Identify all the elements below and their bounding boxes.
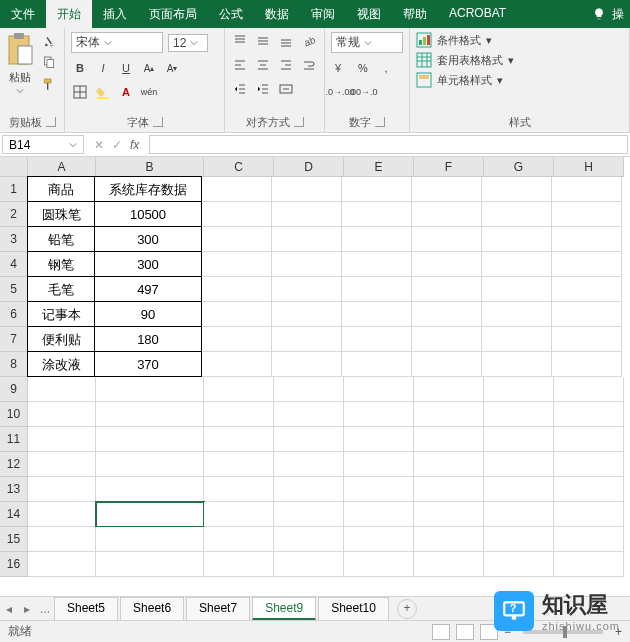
cell-B16[interactable] bbox=[96, 552, 204, 577]
row-header-14[interactable]: 14 bbox=[0, 502, 28, 527]
cell-E9[interactable] bbox=[344, 377, 414, 402]
cell-E7[interactable] bbox=[342, 327, 412, 352]
tab-data[interactable]: 数据 bbox=[254, 0, 300, 28]
paste-button[interactable]: 粘贴 bbox=[6, 32, 34, 113]
cell-F4[interactable] bbox=[412, 252, 482, 277]
cell-A8[interactable]: 涂改液 bbox=[27, 351, 95, 377]
name-box[interactable]: B14 bbox=[2, 135, 84, 154]
cell-G3[interactable] bbox=[482, 227, 552, 252]
font-name-select[interactable]: 宋体 bbox=[71, 32, 163, 53]
cell-H12[interactable] bbox=[554, 452, 624, 477]
row-header-6[interactable]: 6 bbox=[0, 302, 28, 327]
cell-F7[interactable] bbox=[412, 327, 482, 352]
align-top-button[interactable] bbox=[231, 32, 249, 50]
cell-H6[interactable] bbox=[552, 302, 622, 327]
view-pagelayout-button[interactable] bbox=[456, 624, 474, 640]
row-header-7[interactable]: 7 bbox=[0, 327, 28, 352]
cell-D6[interactable] bbox=[272, 302, 342, 327]
add-sheet-button[interactable]: + bbox=[397, 599, 417, 619]
col-header-B[interactable]: B bbox=[96, 157, 204, 177]
cell-E11[interactable] bbox=[344, 427, 414, 452]
cell-B13[interactable] bbox=[96, 477, 204, 502]
merge-button[interactable] bbox=[277, 80, 295, 98]
cell-E15[interactable] bbox=[344, 527, 414, 552]
cell-B3[interactable]: 300 bbox=[94, 226, 202, 252]
cell-C8[interactable] bbox=[202, 352, 272, 377]
cell-D15[interactable] bbox=[274, 527, 344, 552]
cell-C6[interactable] bbox=[202, 302, 272, 327]
number-format-select[interactable]: 常规 bbox=[331, 32, 403, 53]
cell-A16[interactable] bbox=[28, 552, 96, 577]
col-header-E[interactable]: E bbox=[344, 157, 414, 177]
cell-A5[interactable]: 毛笔 bbox=[27, 276, 95, 302]
tab-review[interactable]: 审阅 bbox=[300, 0, 346, 28]
cell-H1[interactable] bbox=[552, 177, 622, 202]
cell-D4[interactable] bbox=[272, 252, 342, 277]
cell-G13[interactable] bbox=[484, 477, 554, 502]
wrap-text-button[interactable] bbox=[300, 56, 318, 74]
cell-B5[interactable]: 497 bbox=[94, 276, 202, 302]
row-header-2[interactable]: 2 bbox=[0, 202, 28, 227]
font-color-button[interactable]: A bbox=[117, 83, 135, 101]
sheet-nav-more[interactable]: ... bbox=[36, 602, 54, 616]
row-header-15[interactable]: 15 bbox=[0, 527, 28, 552]
cell-G5[interactable] bbox=[482, 277, 552, 302]
cell-B1[interactable]: 系统库存数据 bbox=[94, 176, 202, 202]
cell-A11[interactable] bbox=[28, 427, 96, 452]
tab-view[interactable]: 视图 bbox=[346, 0, 392, 28]
tab-acrobat[interactable]: ACROBAT bbox=[438, 0, 517, 28]
row-header-4[interactable]: 4 bbox=[0, 252, 28, 277]
cut-button[interactable] bbox=[40, 32, 58, 50]
cell-H2[interactable] bbox=[552, 202, 622, 227]
cell-H5[interactable] bbox=[552, 277, 622, 302]
cell-H3[interactable] bbox=[552, 227, 622, 252]
tab-file[interactable]: 文件 bbox=[0, 0, 46, 28]
cell-B2[interactable]: 10500 bbox=[94, 201, 202, 227]
cell-F11[interactable] bbox=[414, 427, 484, 452]
cell-A9[interactable] bbox=[28, 377, 96, 402]
cell-D9[interactable] bbox=[274, 377, 344, 402]
cell-E10[interactable] bbox=[344, 402, 414, 427]
cell-D14[interactable] bbox=[274, 502, 344, 527]
zoom-out-button[interactable]: − bbox=[504, 625, 511, 639]
cell-C7[interactable] bbox=[202, 327, 272, 352]
cell-H15[interactable] bbox=[554, 527, 624, 552]
cell-C14[interactable] bbox=[204, 502, 274, 527]
cell-G12[interactable] bbox=[484, 452, 554, 477]
sheet-tab-Sheet7[interactable]: Sheet7 bbox=[186, 597, 250, 620]
decrease-indent-button[interactable] bbox=[231, 80, 249, 98]
cell-E6[interactable] bbox=[342, 302, 412, 327]
conditional-format-button[interactable]: 条件格式 ▾ bbox=[416, 32, 623, 48]
cell-F10[interactable] bbox=[414, 402, 484, 427]
cell-G11[interactable] bbox=[484, 427, 554, 452]
cell-C10[interactable] bbox=[204, 402, 274, 427]
cell-D3[interactable] bbox=[272, 227, 342, 252]
formula-input[interactable] bbox=[149, 135, 628, 154]
cell-A1[interactable]: 商品 bbox=[27, 176, 95, 202]
tab-formulas[interactable]: 公式 bbox=[208, 0, 254, 28]
cell-F14[interactable] bbox=[414, 502, 484, 527]
align-bottom-button[interactable] bbox=[277, 32, 295, 50]
sheet-nav-next[interactable]: ▸ bbox=[18, 602, 36, 616]
cell-C15[interactable] bbox=[204, 527, 274, 552]
row-header-13[interactable]: 13 bbox=[0, 477, 28, 502]
cell-G9[interactable] bbox=[484, 377, 554, 402]
cell-D13[interactable] bbox=[274, 477, 344, 502]
cell-C3[interactable] bbox=[202, 227, 272, 252]
increase-indent-button[interactable] bbox=[254, 80, 272, 98]
bold-button[interactable]: B bbox=[71, 59, 89, 77]
cell-D5[interactable] bbox=[272, 277, 342, 302]
cell-E13[interactable] bbox=[344, 477, 414, 502]
cell-F2[interactable] bbox=[412, 202, 482, 227]
cell-E4[interactable] bbox=[342, 252, 412, 277]
cell-F13[interactable] bbox=[414, 477, 484, 502]
tab-home[interactable]: 开始 bbox=[46, 0, 92, 28]
col-header-D[interactable]: D bbox=[274, 157, 344, 177]
increase-font-button[interactable]: A▴ bbox=[140, 59, 158, 77]
cell-E8[interactable] bbox=[342, 352, 412, 377]
cell-A13[interactable] bbox=[28, 477, 96, 502]
cell-H11[interactable] bbox=[554, 427, 624, 452]
cell-D2[interactable] bbox=[272, 202, 342, 227]
cell-C13[interactable] bbox=[204, 477, 274, 502]
cell-D10[interactable] bbox=[274, 402, 344, 427]
